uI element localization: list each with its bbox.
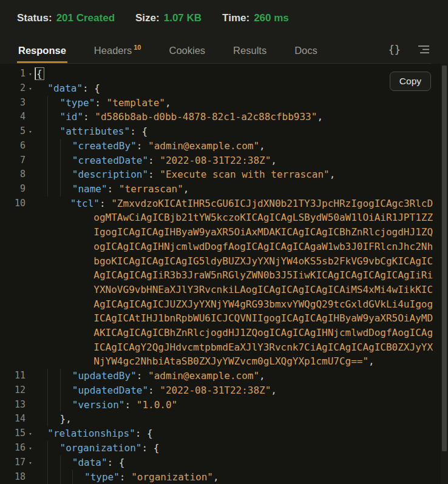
- line-content: "description": "Execute scan with terras…: [35, 167, 335, 182]
- line-gutter: 8: [0, 167, 35, 182]
- tab-response[interactable]: Response: [17, 41, 67, 63]
- token-brace: {: [35, 68, 44, 79]
- token-punct: ,: [259, 370, 265, 381]
- indent-guide: [47, 139, 59, 153]
- line-gutter: 5▾: [0, 124, 35, 139]
- token-punct: :: [148, 385, 160, 396]
- line-gutter: 15▾: [0, 426, 35, 441]
- token-key: "description": [72, 169, 148, 180]
- indent-guide: [47, 167, 59, 182]
- line-number: 14: [0, 412, 25, 426]
- fold-spacer: [25, 398, 35, 412]
- token-str: "Execute scan with terrascan": [160, 169, 329, 180]
- line-content: "organization": {: [35, 441, 159, 455]
- line-content: "type": "organization",: [35, 470, 219, 484]
- indent-guide: [47, 441, 59, 455]
- token-str: "ZmxvdzoKICAtIHR5cGU6ICJjdXN0b21TY3JpcHR…: [93, 198, 433, 368]
- fold-arrow-icon[interactable]: ▾: [25, 124, 35, 139]
- code-line: 5▾"attributes": {: [0, 124, 448, 139]
- tab-label: Headers: [94, 45, 132, 56]
- code-line: 12"updatedDate": "2022-08-31T22:38Z",: [0, 383, 448, 398]
- token-punct: : {: [141, 442, 159, 454]
- code-line: 4"id": "d586b8ab-d0bb-4878-82c1-a2c88cfb…: [0, 110, 448, 124]
- tab-bar: ResponseHeaders10CookiesResultsDocs {}: [17, 40, 431, 64]
- line-content: "updatedDate": "2022-08-31T22:38Z",: [35, 383, 277, 398]
- code-braces-icon[interactable]: {}: [389, 44, 401, 56]
- fold-arrow-icon[interactable]: ▾: [25, 455, 35, 470]
- line-content: "id": "d586b8ab-d0bb-4878-82c1-a2c88cfbb…: [35, 110, 323, 124]
- token-punct: ,: [330, 169, 336, 180]
- token-punct: ,: [259, 140, 265, 152]
- indent-guide: [47, 455, 59, 470]
- tab-toolbar: {}: [389, 44, 431, 63]
- copy-button[interactable]: Copy: [390, 72, 431, 91]
- line-content: "createdBy": "admin@example.com",: [35, 139, 265, 153]
- size-value: 1.07 KB: [164, 12, 202, 24]
- code-line: 6"createdBy": "admin@example.com",: [0, 139, 448, 153]
- token-key: "tcl": [70, 198, 100, 209]
- line-number: 18: [0, 470, 25, 484]
- indent-guide: [35, 383, 47, 398]
- token-punct: ,: [271, 155, 277, 166]
- fold-arrow-icon[interactable]: ▾: [25, 67, 35, 81]
- response-header: Status:201 Created Size:1.07 KB Time:260…: [0, 0, 448, 64]
- token-str: "admin@example.com": [148, 370, 259, 381]
- indent-guide: [35, 81, 47, 96]
- code-line: 9"name": "terrascan",: [0, 182, 448, 197]
- vertical-scrollbar[interactable]: [441, 64, 448, 484]
- tab-label: Results: [233, 45, 266, 56]
- scrollbar-thumb[interactable]: [442, 66, 447, 451]
- status-bar: Status:201 Created Size:1.07 KB Time:260…: [17, 12, 431, 24]
- indent-guide: [35, 110, 47, 124]
- indent-guide: [35, 470, 47, 484]
- indent-guide: [47, 96, 59, 110]
- time-label: Time:: [222, 12, 249, 24]
- menu-icon[interactable]: [418, 45, 430, 54]
- tab-label: Cookies: [169, 45, 205, 56]
- indent-guide: [72, 470, 84, 484]
- token-key: "createdBy": [72, 140, 137, 152]
- line-content: {: [35, 67, 44, 81]
- token-punct: ,: [271, 385, 277, 396]
- token-str: "organization": [131, 471, 213, 483]
- fold-spacer: [25, 197, 35, 369]
- tab-cookies[interactable]: Cookies: [168, 41, 206, 63]
- size-group: Size:1.07 KB: [135, 12, 202, 24]
- headers-badge: 10: [134, 44, 141, 51]
- line-content: "version": "1.0.0": [35, 398, 177, 412]
- tab-results[interactable]: Results: [232, 41, 268, 63]
- line-gutter: 9: [0, 182, 35, 197]
- indent-guide: [47, 383, 59, 398]
- tab-headers[interactable]: Headers10: [93, 40, 143, 63]
- line-content: "updatedBy": "admin@example.com",: [35, 369, 265, 383]
- indent-guide: [60, 153, 72, 168]
- line-gutter: 11: [0, 369, 35, 383]
- tab-label: Response: [18, 45, 66, 56]
- indent-guide: [60, 455, 72, 470]
- indent-guide: [60, 369, 72, 383]
- indent-guide: [35, 426, 47, 441]
- fold-arrow-icon[interactable]: ▾: [25, 426, 35, 441]
- token-key: "relationships": [47, 428, 135, 439]
- status-label: Status:: [17, 12, 52, 24]
- fold-spacer: [25, 182, 35, 197]
- token-punct: : {: [130, 126, 148, 137]
- line-gutter: 16▾: [0, 441, 35, 455]
- line-content: },: [35, 412, 72, 426]
- line-content: "createdDate": "2022-08-31T22:38Z",: [35, 153, 277, 168]
- time-value: 260 ms: [254, 12, 289, 24]
- code-line: 16▾"organization": {: [0, 441, 448, 455]
- fold-arrow-icon[interactable]: ▾: [25, 81, 35, 96]
- indent-guide: [35, 182, 47, 197]
- fold-spacer: [25, 153, 35, 168]
- fold-arrow-icon[interactable]: ▾: [25, 441, 35, 455]
- token-str: "2022-08-31T22:38Z": [160, 385, 271, 396]
- tab-docs[interactable]: Docs: [293, 41, 319, 63]
- indent-guide: [60, 139, 72, 153]
- token-key: "updatedBy": [72, 370, 137, 381]
- token-punct: :: [148, 155, 160, 166]
- line-number: 9: [0, 182, 25, 197]
- token-punct: ,: [183, 183, 189, 195]
- token-key: "updatedDate": [72, 385, 148, 396]
- code-line: 17▾"data": {: [0, 455, 448, 470]
